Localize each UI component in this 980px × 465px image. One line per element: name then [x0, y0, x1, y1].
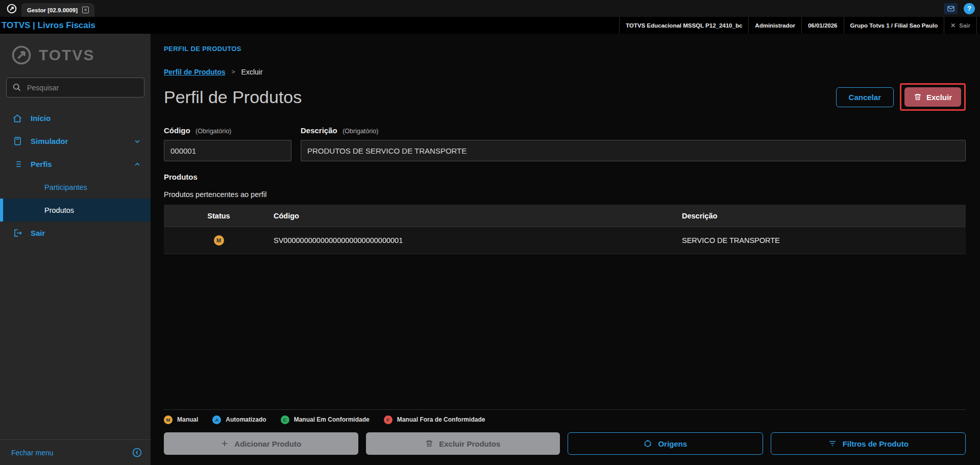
window-tab[interactable]: Gestor [02.9.0009] ✕ — [21, 3, 94, 17]
sidebar-item-inicio[interactable]: Início — [0, 107, 151, 130]
totvs-logo-icon — [6, 3, 17, 14]
page-title: Perfil de Produtos — [164, 87, 302, 107]
breadcrumb-current: Excluir — [241, 68, 263, 76]
breadcrumb-parent-link[interactable]: Perfil de Produtos — [164, 68, 226, 76]
column-header-status: Status — [164, 212, 274, 220]
products-table: Status Código Descrição M SV000000000000… — [164, 205, 966, 254]
titlebar-actions: ? — [944, 3, 975, 14]
titlebar: Gestor [02.9.0009] ✕ ? — [0, 0, 980, 17]
logout-icon — [12, 228, 22, 238]
breadcrumb: Perfil de Produtos > Excluir — [164, 68, 966, 76]
codigo-label: Código — [164, 126, 190, 135]
main-content: PERFIL DE PRODUTOS Perfil de Produtos > … — [151, 34, 980, 465]
sidebar-item-participantes[interactable]: Participantes — [0, 176, 151, 199]
sidebar-item-label: Sair — [31, 229, 45, 237]
chevron-left-circle-icon — [132, 447, 142, 458]
codigo-field-group: Código (Obrigatório) — [164, 126, 291, 161]
delete-products-label: Excluir Produtos — [439, 439, 500, 448]
product-filters-button[interactable]: Filtros de Produto — [771, 432, 966, 455]
app-window: Gestor [02.9.0009] ✕ ? TOTVS | Livros Fi… — [0, 0, 980, 465]
logout-label: Sair — [959, 22, 970, 29]
home-icon — [12, 113, 22, 124]
descricao-required-hint: (Obrigatório) — [342, 128, 378, 135]
topbar-info: TOTVS Educacional MSSQL P12_2410_bc Admi… — [619, 17, 977, 34]
page-section-header: PERFIL DE PRODUTOS — [164, 45, 966, 53]
delete-button-label: Excluir — [926, 93, 952, 102]
codigo-required-hint: (Obrigatório) — [195, 128, 231, 135]
list-icon — [12, 159, 22, 169]
tab-close-icon[interactable]: ✕ — [82, 7, 89, 13]
products-section-label: Produtos — [164, 173, 966, 181]
products-subtitle: Produtos pertencentes ao perfil — [164, 190, 966, 199]
descricao-input[interactable] — [301, 140, 966, 161]
sidebar-item-label: Simulador — [31, 137, 68, 145]
codigo-input[interactable] — [164, 140, 291, 161]
trash-icon — [425, 439, 433, 448]
cancel-button[interactable]: Cancelar — [836, 87, 894, 107]
trash-icon — [914, 93, 922, 101]
status-badge: M — [214, 235, 224, 246]
highlight-annotation: Excluir — [900, 83, 966, 111]
codigo-cell: SV00000000000000000000000000001 — [274, 236, 682, 244]
topbar: TOTVS | Livros Fiscais TOTVS Educacional… — [0, 17, 980, 34]
legend-item-fora-conformidade: F Manual Fora de Conformidade — [384, 415, 485, 424]
sidebar-item-simulador[interactable]: Simulador — [0, 130, 151, 153]
sidebar-item-produtos[interactable]: Produtos — [0, 199, 151, 222]
legend-label: Manual Em Conformidade — [294, 416, 370, 423]
sidebar-item-label: Início — [31, 114, 51, 123]
legend-item-automatizado: A Automatizado — [212, 415, 266, 424]
window-tab-label: Gestor [02.9.0009] — [27, 7, 78, 13]
chevron-down-icon — [133, 137, 141, 145]
delete-button[interactable]: Excluir — [904, 87, 961, 107]
sidebar-item-label: Perfis — [31, 160, 52, 168]
sidebar-item-perfis[interactable]: Perfis — [0, 153, 151, 176]
column-header-descricao: Descrição — [682, 212, 966, 220]
origins-icon — [643, 439, 652, 448]
collapse-menu-button[interactable]: Fechar menu — [0, 439, 151, 465]
add-product-label: Adicionar Produto — [234, 439, 301, 448]
sidebar-menu: Início Simulador — [0, 107, 151, 244]
logout-button[interactable]: ✕ Sair — [944, 17, 977, 34]
delete-products-button[interactable]: Excluir Produtos — [366, 432, 560, 455]
sidebar-item-label: Produtos — [44, 206, 74, 214]
totvs-logo-icon — [10, 44, 33, 66]
mail-icon[interactable] — [944, 3, 958, 14]
chevron-up-icon — [133, 160, 141, 168]
branch-label[interactable]: Grupo Totvs 1 / Filial Sao Paulo — [844, 17, 944, 34]
legend-label: Manual Fora de Conformidade — [397, 416, 485, 423]
date-label: 06/01/2026 — [801, 17, 844, 34]
close-icon: ✕ — [950, 22, 955, 29]
calculator-icon — [12, 136, 22, 146]
user-label: Administrador — [748, 17, 801, 34]
help-icon[interactable]: ? — [964, 3, 975, 14]
sidebar-logo: TOTVS — [0, 34, 151, 71]
sidebar: TOTVS Início — [0, 34, 151, 465]
column-header-codigo: Código — [274, 212, 682, 220]
origins-label: Origens — [658, 439, 687, 448]
legend-label: Automatizado — [226, 416, 266, 423]
filter-icon — [828, 439, 837, 448]
table-action-bar: Adicionar Produto Excluir Produtos — [164, 432, 966, 455]
empty-area — [164, 254, 966, 409]
sidebar-logo-text: TOTVS — [39, 46, 94, 64]
legend-item-manual: M Manual — [164, 415, 198, 424]
collapse-menu-label: Fechar menu — [11, 449, 53, 457]
search-input[interactable] — [6, 78, 144, 97]
status-conformidade-icon: C — [281, 415, 289, 424]
descricao-cell: SERVICO DE TRANSPORTE — [682, 236, 966, 244]
search-icon — [12, 82, 22, 92]
environment-label: TOTVS Educacional MSSQL P12_2410_bc — [619, 17, 748, 34]
breadcrumb-separator: > — [232, 68, 235, 76]
sidebar-item-sair[interactable]: Sair — [0, 222, 151, 244]
table-header-row: Status Código Descrição — [164, 205, 966, 227]
add-product-button[interactable]: Adicionar Produto — [164, 432, 358, 455]
status-manual-icon: M — [164, 415, 173, 424]
page-actions: Cancelar Excluir — [836, 83, 966, 111]
app-title: TOTVS | Livros Fiscais — [2, 20, 95, 31]
table-row[interactable]: M SV00000000000000000000000000001 SERVIC… — [164, 227, 966, 254]
status-cell: M — [164, 235, 274, 246]
origins-button[interactable]: Origens — [568, 432, 763, 455]
plus-icon — [220, 439, 229, 448]
status-fora-conformidade-icon: F — [384, 415, 393, 424]
descricao-field-group: Descrição (Obrigatório) — [301, 126, 966, 161]
